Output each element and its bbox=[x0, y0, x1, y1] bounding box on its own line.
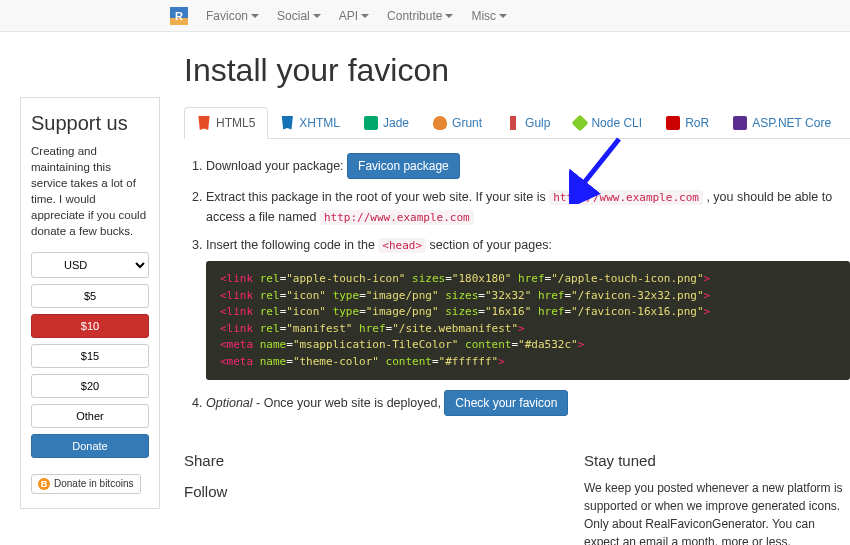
bitcoin-icon: B bbox=[38, 478, 50, 490]
ror-icon bbox=[666, 116, 680, 130]
nav-favicon[interactable]: Favicon bbox=[206, 9, 259, 23]
example-url-1: http://www.example.com bbox=[549, 190, 703, 205]
platform-tabs: HTML5 XHTML Jade Grunt Gulp Node CLI RoR… bbox=[184, 107, 850, 139]
tab-ror[interactable]: RoR bbox=[654, 107, 721, 138]
follow-heading: Follow bbox=[184, 483, 544, 500]
donate-10-button[interactable]: $10 bbox=[31, 314, 149, 338]
navbar: R Favicon Social API Contribute Misc bbox=[0, 0, 850, 32]
step-3: Insert the following code in the <head> … bbox=[206, 235, 850, 380]
currency-select[interactable]: USD bbox=[31, 252, 149, 278]
chevron-down-icon bbox=[313, 14, 321, 18]
sidebar-desc: Creating and maintaining this service ta… bbox=[31, 143, 149, 240]
gulp-icon bbox=[510, 116, 516, 130]
donate-button[interactable]: Donate bbox=[31, 434, 149, 458]
share-heading: Share bbox=[184, 452, 544, 469]
nav-misc[interactable]: Misc bbox=[471, 9, 507, 23]
nav-contribute[interactable]: Contribute bbox=[387, 9, 453, 23]
html5-icon bbox=[197, 116, 211, 130]
tab-jade[interactable]: Jade bbox=[352, 107, 421, 138]
install-steps: Download your package: Favicon package E… bbox=[184, 139, 850, 438]
jade-icon bbox=[364, 116, 378, 130]
staytuned-heading: Stay tuned bbox=[584, 452, 850, 469]
tab-html5[interactable]: HTML5 bbox=[184, 107, 268, 139]
tab-google[interactable]: Google Web Starter Kit bbox=[843, 107, 850, 138]
code-snippet[interactable]: <link rel="apple-touch-icon" sizes="180x… bbox=[206, 261, 850, 380]
tab-xhtml[interactable]: XHTML bbox=[268, 107, 352, 138]
xhtml-icon bbox=[280, 116, 294, 130]
donate-20-button[interactable]: $20 bbox=[31, 374, 149, 398]
chevron-down-icon bbox=[361, 14, 369, 18]
nav-social[interactable]: Social bbox=[277, 9, 321, 23]
chevron-down-icon bbox=[499, 14, 507, 18]
chevron-down-icon bbox=[251, 14, 259, 18]
donate-bitcoin-button[interactable]: B Donate in bitcoins bbox=[31, 474, 141, 494]
tab-grunt[interactable]: Grunt bbox=[421, 107, 494, 138]
step-4: Optional - Once your web site is deploye… bbox=[206, 390, 850, 416]
check-favicon-button[interactable]: Check your favicon bbox=[444, 390, 568, 416]
donate-15-button[interactable]: $15 bbox=[31, 344, 149, 368]
tab-aspnet[interactable]: ASP.NET Core bbox=[721, 107, 843, 138]
example-url-2: http://www.example.com bbox=[320, 210, 474, 225]
donate-5-button[interactable]: $5 bbox=[31, 284, 149, 308]
main-content: Install your favicon HTML5 XHTML Jade Gr… bbox=[184, 52, 850, 545]
grunt-icon bbox=[433, 116, 447, 130]
site-logo[interactable]: R bbox=[170, 7, 188, 25]
head-tag: <head> bbox=[378, 238, 426, 253]
nav-api[interactable]: API bbox=[339, 9, 369, 23]
aspnet-icon bbox=[733, 116, 747, 130]
tab-node[interactable]: Node CLI bbox=[562, 107, 654, 138]
sidebar-title: Support us bbox=[31, 112, 149, 135]
chevron-down-icon bbox=[445, 14, 453, 18]
support-sidebar: Support us Creating and maintaining this… bbox=[20, 97, 160, 509]
staytuned-desc: We keep you posted whenever a new platfo… bbox=[584, 479, 850, 545]
step-1: Download your package: Favicon package bbox=[206, 153, 850, 179]
favicon-package-button[interactable]: Favicon package bbox=[347, 153, 460, 179]
page-title: Install your favicon bbox=[184, 52, 850, 89]
node-icon bbox=[572, 114, 589, 131]
donate-other-button[interactable]: Other bbox=[31, 404, 149, 428]
tab-gulp[interactable]: Gulp bbox=[494, 107, 562, 138]
step-2: Extract this package in the root of your… bbox=[206, 187, 850, 227]
